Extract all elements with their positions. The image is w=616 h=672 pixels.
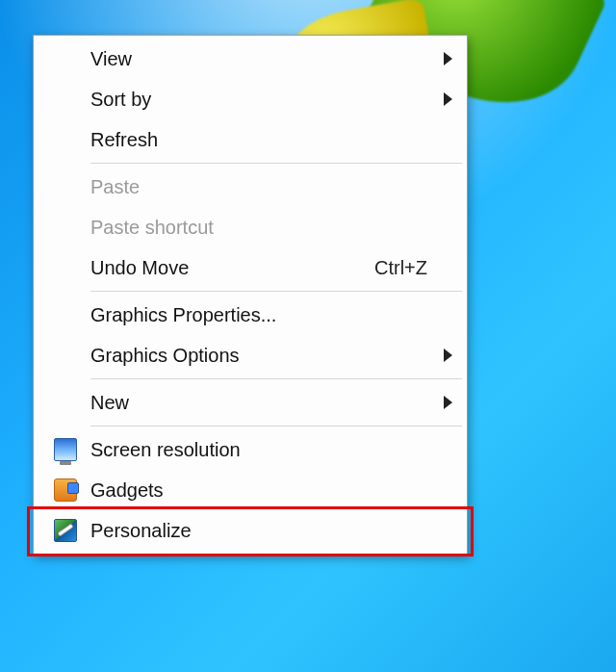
menu-item-label: Personalize — [90, 520, 456, 542]
menu-item-label: Gadgets — [90, 479, 456, 502]
menu-item-icon-slot — [40, 519, 90, 542]
monitor-icon — [54, 438, 77, 461]
submenu-arrow-icon — [444, 92, 452, 106]
menu-item-graphics-properties[interactable]: Graphics Properties... — [37, 295, 464, 335]
menu-item-label: View — [90, 48, 444, 70]
menu-item-icon-slot — [40, 478, 90, 502]
menu-item-label: Sort by — [90, 89, 444, 111]
submenu-arrow-icon — [444, 396, 452, 409]
menu-item-shortcut: Ctrl+Z — [374, 257, 427, 279]
menu-separator — [90, 291, 462, 292]
menu-separator — [90, 163, 462, 164]
menu-separator — [90, 426, 462, 426]
submenu-arrow-icon — [444, 349, 452, 362]
menu-item-label: Refresh — [90, 129, 456, 151]
menu-item-sort-by[interactable]: Sort by — [37, 79, 464, 119]
menu-item-label: Graphics Options — [90, 345, 444, 367]
menu-item-personalize[interactable]: Personalize — [37, 510, 464, 551]
desktop-context-menu: ViewSort byRefreshPastePaste shortcutUnd… — [33, 35, 468, 555]
menu-item-label: Paste shortcut — [90, 217, 456, 239]
gadgets-icon — [54, 478, 77, 502]
menu-item-paste: Paste — [37, 167, 464, 207]
menu-item-refresh[interactable]: Refresh — [37, 119, 464, 160]
menu-item-undo-move[interactable]: Undo MoveCtrl+Z — [37, 247, 464, 288]
menu-item-label: Graphics Properties... — [90, 304, 456, 326]
menu-item-label: Paste — [90, 176, 456, 198]
menu-item-view[interactable]: View — [37, 39, 464, 79]
menu-item-paste-shortcut: Paste shortcut — [37, 207, 464, 247]
menu-item-label: New — [90, 392, 444, 414]
menu-item-new[interactable]: New — [37, 382, 464, 423]
menu-item-graphics-options[interactable]: Graphics Options — [37, 335, 464, 375]
menu-separator — [90, 378, 462, 379]
menu-item-gadgets[interactable]: Gadgets — [37, 470, 464, 510]
desktop-background[interactable]: ViewSort byRefreshPastePaste shortcutUnd… — [0, 0, 616, 672]
submenu-arrow-icon — [444, 52, 452, 65]
menu-item-screen-resolution[interactable]: Screen resolution — [37, 429, 464, 470]
menu-item-label: Undo Move — [90, 257, 374, 279]
menu-item-label: Screen resolution — [90, 439, 456, 461]
menu-item-icon-slot — [40, 438, 90, 461]
personalize-icon — [54, 519, 77, 542]
